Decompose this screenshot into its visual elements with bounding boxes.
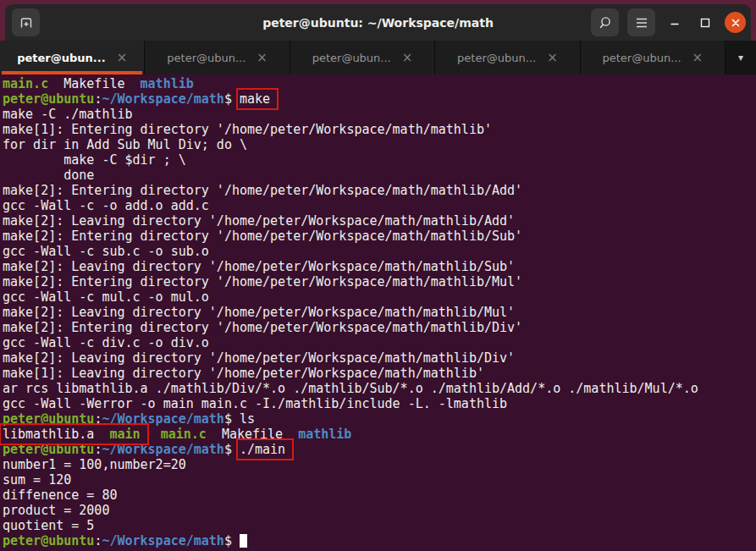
terminal-line: make[2]: Entering directory '/home/peter…: [3, 320, 756, 335]
menu-button[interactable]: [627, 8, 655, 36]
terminal-line: for dir in Add Sub Mul Div; do \: [3, 137, 756, 152]
minimize-button[interactable]: [664, 12, 686, 34]
new-tab-button[interactable]: [12, 8, 40, 36]
tab-1[interactable]: peter@ubun...×: [0, 41, 145, 74]
terminal-line: gcc -Wall -c div.c -o div.o: [3, 335, 756, 350]
terminal-line: make[2]: Leaving directory '/home/peter/…: [3, 305, 756, 320]
close-icon: [731, 18, 741, 28]
tab-overflow-button[interactable]: ▾: [726, 41, 756, 74]
tab-label: peter@ubun...: [17, 52, 105, 64]
terminal-line: gcc -Wall -c -o add.o add.c: [3, 198, 756, 213]
terminal-line: make[2]: Entering directory '/home/peter…: [3, 229, 756, 244]
terminal-line: main.c Makefile mathlib: [3, 76, 756, 91]
terminal-line: make -C ./mathlib: [3, 107, 756, 122]
chevron-down-icon: ▾: [738, 52, 743, 63]
terminal-line: gcc -Wall -c sub.c -o sub.o: [3, 244, 756, 259]
search-button[interactable]: [591, 8, 619, 36]
terminal-line: peter@ubuntu:~/Workspace/math$ make: [3, 91, 756, 107]
tab-close-icon[interactable]: ×: [257, 52, 268, 64]
terminal-line: quotient = 5: [3, 518, 756, 533]
terminal-cursor: [240, 534, 247, 548]
annotation-red-box: libmathlib.a main: [3, 427, 146, 442]
terminal-line: make[2]: Entering directory '/home/peter…: [3, 183, 756, 198]
maximize-icon: [699, 17, 711, 29]
terminal-line: make[2]: Leaving directory '/home/peter/…: [3, 350, 756, 366]
terminal-line: peter@ubuntu:~/Workspace/math$: [3, 533, 756, 548]
terminal-line: make[1]: Entering directory '/home/peter…: [3, 122, 756, 137]
tab-5[interactable]: peter@ubun...×: [581, 41, 726, 74]
terminal-line: diffenence = 80: [3, 488, 756, 503]
tab-2[interactable]: peter@ubun...×: [145, 41, 290, 74]
terminal-output[interactable]: main.c Makefile mathlibpeter@ubuntu:~/Wo…: [0, 74, 756, 551]
terminal-line: product = 2000: [3, 503, 756, 518]
terminal-line: libmathlib.a main main.c Makefile mathli…: [3, 427, 756, 442]
terminal-line: make[2]: Leaving directory '/home/peter/…: [3, 259, 756, 274]
tab-3[interactable]: peter@ubun...×: [290, 41, 435, 74]
terminal-line: number1 = 100,number2=20: [3, 457, 756, 472]
title-bar: peter@ubuntu: ~/Workspace/math: [5, 4, 751, 41]
search-icon: [597, 14, 614, 31]
tab-label: peter@ubun...: [312, 52, 391, 64]
terminal-line: gcc -Wall -Werror -o main main.c -I./mat…: [3, 396, 756, 411]
tab-close-icon[interactable]: ×: [547, 52, 558, 64]
terminal-line: make[2]: Leaving directory '/home/peter/…: [3, 213, 756, 229]
tab-close-icon[interactable]: ×: [693, 52, 704, 64]
terminal-line: done: [3, 168, 756, 183]
close-button[interactable]: [725, 12, 746, 33]
terminal-line: peter@ubuntu:~/Workspace/math$ ./main: [3, 442, 756, 457]
tab-bar-tabs: peter@ubun...×peter@ubun...×peter@ubun..…: [0, 41, 726, 74]
annotation-red-box: make: [240, 91, 275, 107]
tab-label: peter@ubun...: [457, 52, 536, 64]
tab-close-icon[interactable]: ×: [402, 52, 413, 64]
maximize-button[interactable]: [694, 12, 716, 34]
terminal-line: make -C $dir ; \: [3, 152, 756, 168]
annotation-red-box: ./main: [240, 442, 290, 457]
terminal-line: sum = 120: [3, 472, 756, 488]
tab-4[interactable]: peter@ubun...×: [435, 41, 580, 74]
minimize-icon: [669, 17, 681, 29]
terminal-line: make[1]: Leaving directory '/home/peter/…: [3, 366, 756, 381]
menu-icon: [634, 16, 649, 30]
terminal-line: gcc -Wall -c mul.c -o mul.o: [3, 289, 756, 305]
new-tab-icon: [18, 14, 35, 31]
tab-label: peter@ubun...: [167, 52, 246, 64]
terminal-line: peter@ubuntu:~/Workspace/math$ ls: [3, 411, 756, 427]
terminal-line: make[2]: Entering directory '/home/peter…: [3, 274, 756, 289]
terminal-line: ar rcs libmathlib.a ./mathlib/Div/*.o ./…: [3, 381, 756, 396]
tab-close-icon[interactable]: ×: [117, 52, 128, 64]
tab-bar: peter@ubun...×peter@ubun...×peter@ubun..…: [0, 41, 756, 74]
tab-label: peter@ubun...: [603, 52, 682, 64]
